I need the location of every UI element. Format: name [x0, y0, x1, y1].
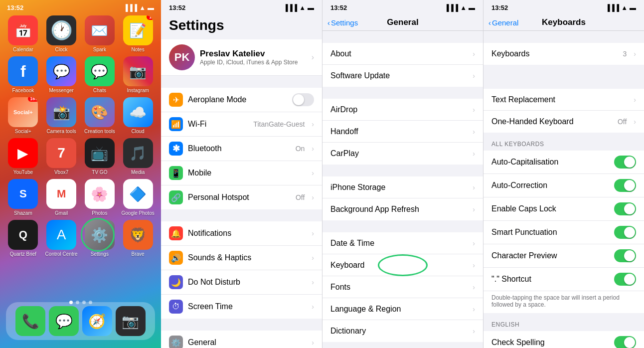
- general-airdrop[interactable]: AirDrop ›: [322, 99, 483, 121]
- app-settings[interactable]: ⚙️ Settings: [83, 220, 117, 257]
- smart-punctuation-label: Smart Punctuation: [491, 228, 614, 237]
- back-chevron-icon: ‹: [327, 18, 330, 27]
- smart-punctuation-toggle[interactable]: [614, 226, 636, 239]
- profile-cell[interactable]: PK Preslav Kateliev Apple ID, iCloud, iT…: [161, 39, 322, 76]
- app-calendar[interactable]: 📅 Calendar: [6, 15, 40, 52]
- app-google-photos[interactable]: 🔷 Google Photos: [121, 179, 155, 216]
- screen-time-chevron: ›: [312, 303, 314, 311]
- auto-correction-row[interactable]: Auto-Correction: [483, 174, 644, 197]
- general-group-4: Date & Time › Keyboard › Fonts › Languag…: [322, 232, 483, 342]
- general-status-icons: ▐▐▐ ▲ ▬: [444, 4, 475, 11]
- settings-bluetooth[interactable]: ✱ Bluetooth On ›: [161, 137, 322, 161]
- period-shortcut-toggle[interactable]: [614, 273, 636, 286]
- general-back-button[interactable]: ‹ Settings: [327, 18, 358, 27]
- app-vbox7[interactable]: 7 Vbox7: [44, 138, 79, 175]
- social-badge: 167: [28, 97, 38, 102]
- settings-sounds[interactable]: 🔊 Sounds & Haptics ›: [161, 246, 322, 270]
- app-icon-facebook: f: [8, 56, 38, 86]
- general-iphone-storage[interactable]: iPhone Storage ›: [322, 176, 483, 198]
- app-media[interactable]: 🎵 Media: [121, 138, 155, 175]
- app-tvgo[interactable]: 📺 TV GO: [83, 138, 117, 175]
- app-icon-messenger: 💬: [46, 56, 76, 86]
- app-label-facebook: Facebook: [12, 88, 34, 93]
- app-clock[interactable]: 🕐 Clock: [44, 15, 79, 52]
- general-carplay[interactable]: CarPlay ›: [322, 143, 483, 165]
- general-nav-bar: ‹ Settings General: [322, 13, 483, 31]
- app-gmail[interactable]: M Gmail: [44, 179, 79, 216]
- keyboards-count-value: 3: [623, 50, 627, 58]
- check-spelling-row[interactable]: Check Spelling: [483, 331, 644, 348]
- keyboards-row[interactable]: Keyboards 3 ›: [483, 43, 644, 65]
- settings-notifications[interactable]: 🔔 Notifications ›: [161, 221, 322, 246]
- check-spelling-toggle[interactable]: [614, 336, 636, 348]
- dock-messages[interactable]: 💬: [49, 306, 79, 336]
- home-status-icons: ▐▐▐ ▲ ▬: [123, 4, 154, 11]
- one-handed-keyboard[interactable]: One-Handed Keyboard Off ›: [483, 111, 644, 133]
- app-youtube[interactable]: ▶ YouTube: [6, 138, 40, 175]
- app-camera-tools[interactable]: 📸 Camera tools: [44, 97, 79, 134]
- profile-info: Preslav Kateliev Apple ID, iCloud, iTune…: [200, 49, 307, 66]
- auto-cap-toggle[interactable]: [614, 156, 636, 169]
- dnd-icon: 🌙: [169, 275, 183, 289]
- app-label-brave: Brave: [132, 251, 145, 257]
- aeroplane-toggle[interactable]: [292, 93, 314, 106]
- general-dictionary[interactable]: Dictionary ›: [322, 320, 483, 342]
- keyboards-back-button[interactable]: ‹ General: [488, 18, 518, 27]
- general-fonts[interactable]: Fonts ›: [322, 276, 483, 298]
- auto-capitalisation-row[interactable]: Auto-Capitalisation: [483, 151, 644, 174]
- settings-screen-time[interactable]: ⏱ Screen Time ›: [161, 295, 322, 319]
- settings-group-1: ✈ Aeroplane Mode 📶 Wi-Fi TitanGate-Guest…: [161, 88, 322, 209]
- app-notes[interactable]: 📝 1 Notes: [121, 15, 155, 52]
- app-label-photos: Photos: [92, 210, 107, 216]
- dock-phone[interactable]: 📞: [15, 306, 45, 336]
- app-cloud[interactable]: ☁️ Cloud: [121, 97, 155, 134]
- settings-mobile[interactable]: 📱 Mobile ›: [161, 161, 322, 185]
- app-label-spark: Spark: [93, 47, 106, 52]
- settings-wifi[interactable]: 📶 Wi-Fi TitanGate-Guest ›: [161, 112, 322, 137]
- smart-punctuation-row[interactable]: Smart Punctuation: [483, 221, 644, 244]
- aeroplane-label: Aeroplane Mode: [188, 95, 287, 104]
- character-preview-row[interactable]: Character Preview: [483, 244, 644, 268]
- app-icon-youtube: ▶: [8, 138, 38, 168]
- auto-correction-toggle[interactable]: [614, 179, 636, 192]
- app-facebook[interactable]: f Facebook: [6, 56, 40, 93]
- app-appstore[interactable]: A Control Centre: [44, 220, 79, 257]
- general-language-region[interactable]: Language & Region ›: [322, 298, 483, 320]
- app-quartz[interactable]: Q Quartz Brief: [6, 220, 40, 257]
- text-replacement-chevron: ›: [634, 96, 636, 104]
- home-time: 13:52: [7, 4, 23, 11]
- period-shortcut-row[interactable]: "." Shortcut: [483, 268, 644, 291]
- settings-general[interactable]: ⚙️ General ›: [161, 331, 322, 348]
- general-handoff[interactable]: Handoff ›: [322, 121, 483, 143]
- dock-camera[interactable]: 📷: [116, 306, 146, 336]
- app-photos[interactable]: 🌸 Photos: [83, 179, 117, 216]
- text-replacement[interactable]: Text Replacement ›: [483, 89, 644, 111]
- general-date-time[interactable]: Date & Time ›: [322, 232, 483, 254]
- app-brave[interactable]: 🦁 Brave: [121, 220, 155, 257]
- app-chats[interactable]: 💬 Chats: [83, 56, 117, 93]
- app-shazam[interactable]: S Shazam: [6, 179, 40, 216]
- general-about[interactable]: About ›: [322, 43, 483, 65]
- dock-safari[interactable]: 🧭: [82, 306, 112, 336]
- settings-hotspot[interactable]: 🔗 Personal Hotspot Off ›: [161, 185, 322, 209]
- app-messenger[interactable]: 💬 Messenger: [44, 56, 79, 93]
- app-label-appstore: Control Centre: [45, 251, 78, 257]
- caps-lock-row[interactable]: Enable Caps Lock: [483, 197, 644, 221]
- general-wifi-icon: ▲: [460, 4, 467, 11]
- app-creation-tools[interactable]: 🎨 Creation tools: [83, 97, 117, 134]
- app-social-plus[interactable]: Social+ 167 Social+: [6, 97, 40, 134]
- app-label-google-photos: Google Photos: [122, 210, 155, 216]
- battery-icon: ▬: [148, 4, 154, 11]
- general-bg-refresh[interactable]: Background App Refresh ›: [322, 198, 483, 220]
- character-preview-toggle[interactable]: [614, 249, 636, 262]
- settings-dnd[interactable]: 🌙 Do Not Disturb ›: [161, 270, 322, 295]
- date-time-chevron: ›: [473, 239, 475, 247]
- app-instagram[interactable]: 📷 Instagram: [121, 56, 155, 93]
- caps-lock-toggle[interactable]: [614, 202, 636, 215]
- app-spark[interactable]: ✉️ Spark: [83, 15, 117, 52]
- general-software-update[interactable]: Software Update ›: [322, 65, 483, 87]
- general-keyboard[interactable]: Keyboard ›: [322, 254, 483, 276]
- settings-aeroplane-mode[interactable]: ✈ Aeroplane Mode: [161, 88, 322, 112]
- general-signal-icon: ▐▐▐: [444, 4, 458, 11]
- shortcut-hint: Double-tapping the space bar will insert…: [483, 291, 644, 313]
